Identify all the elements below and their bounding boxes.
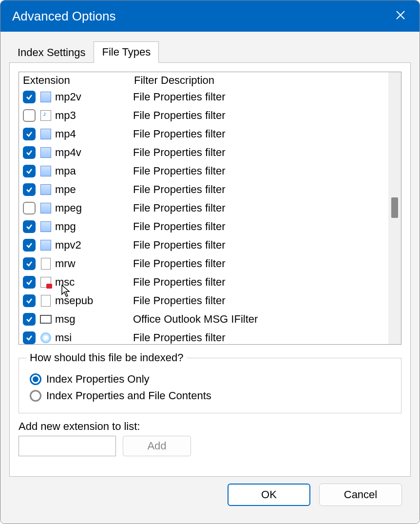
file-type-list: Extension Filter Description mp2vFile Pr… bbox=[19, 72, 401, 345]
add-extension-section: Add new extension to list: Add bbox=[19, 420, 401, 456]
dialog-footer: OK Cancel bbox=[9, 477, 411, 515]
filter-label: File Properties filter bbox=[133, 331, 384, 344]
titlebar: Advanced Options bbox=[0, 0, 420, 32]
filter-label: File Properties filter bbox=[133, 146, 384, 159]
extension-label: mp4v bbox=[55, 146, 133, 159]
doc-icon bbox=[39, 294, 52, 307]
filter-label: File Properties filter bbox=[133, 109, 384, 122]
table-row[interactable]: mp4File Properties filter bbox=[19, 125, 388, 143]
radio-properties-and-contents[interactable]: Index Properties and File Contents bbox=[30, 389, 393, 402]
index-mode-group: How should this file be indexed? Index P… bbox=[19, 351, 401, 413]
checkbox[interactable] bbox=[23, 109, 36, 122]
checkbox[interactable] bbox=[23, 331, 36, 344]
tab-body: Extension Filter Description mp2vFile Pr… bbox=[9, 62, 411, 477]
column-header-filter[interactable]: Filter Description bbox=[134, 74, 384, 87]
table-row[interactable]: mpv2File Properties filter bbox=[19, 236, 388, 254]
checkbox[interactable] bbox=[23, 202, 36, 214]
table-row[interactable]: mscFile Properties filter bbox=[19, 273, 388, 291]
radio-label: Index Properties Only bbox=[46, 373, 150, 386]
doc-icon bbox=[39, 257, 52, 270]
extension-label: mrw bbox=[55, 257, 133, 270]
checkbox[interactable] bbox=[23, 239, 36, 252]
radio-label: Index Properties and File Contents bbox=[46, 389, 211, 402]
video-icon bbox=[39, 202, 52, 214]
audio-icon bbox=[39, 109, 52, 122]
checkbox[interactable] bbox=[23, 257, 36, 270]
filter-label: Office Outlook MSG IFilter bbox=[133, 313, 384, 326]
radio-icon bbox=[30, 390, 41, 402]
video-icon bbox=[39, 220, 52, 233]
checkbox[interactable] bbox=[23, 276, 36, 289]
msc-icon bbox=[39, 276, 52, 289]
table-row[interactable]: mp2vFile Properties filter bbox=[19, 88, 388, 106]
extension-label: mpg bbox=[55, 220, 133, 233]
table-row[interactable]: mpgFile Properties filter bbox=[19, 217, 388, 236]
filter-label: File Properties filter bbox=[133, 294, 384, 307]
tab-index-settings[interactable]: Index Settings bbox=[9, 42, 94, 63]
table-row[interactable]: msgOffice Outlook MSG IFilter bbox=[19, 310, 388, 329]
extension-label: mp3 bbox=[55, 109, 133, 122]
checkbox[interactable] bbox=[23, 91, 36, 103]
table-row[interactable]: msepubFile Properties filter bbox=[19, 291, 388, 310]
video-icon bbox=[39, 239, 52, 252]
filter-label: File Properties filter bbox=[133, 220, 384, 233]
window-title: Advanced Options bbox=[12, 9, 115, 24]
table-row[interactable]: mp3File Properties filter bbox=[19, 106, 388, 125]
video-icon bbox=[39, 91, 52, 103]
tab-strip: Index Settings File Types bbox=[9, 41, 411, 63]
table-row[interactable]: mpegFile Properties filter bbox=[19, 199, 388, 217]
column-header-extension[interactable]: Extension bbox=[23, 74, 134, 87]
extension-label: mp4 bbox=[55, 128, 133, 140]
ok-button[interactable]: OK bbox=[228, 484, 310, 506]
checkbox[interactable] bbox=[23, 165, 36, 177]
tab-file-types[interactable]: File Types bbox=[94, 41, 159, 63]
extension-label: msc bbox=[55, 276, 133, 289]
add-button[interactable]: Add bbox=[123, 436, 191, 456]
video-icon bbox=[39, 146, 52, 159]
filter-label: File Properties filter bbox=[133, 239, 384, 252]
add-extension-input[interactable] bbox=[19, 436, 116, 456]
extension-label: mpe bbox=[55, 183, 133, 196]
scrollbar[interactable] bbox=[388, 72, 401, 344]
column-headers: Extension Filter Description bbox=[19, 72, 388, 88]
table-row[interactable]: mpeFile Properties filter bbox=[19, 180, 388, 199]
extension-label: msepub bbox=[55, 294, 133, 307]
checkbox[interactable] bbox=[23, 294, 36, 307]
radio-properties-only[interactable]: Index Properties Only bbox=[30, 373, 393, 386]
checkbox[interactable] bbox=[23, 313, 36, 326]
dialog-window: Advanced Options Index Settings File Typ… bbox=[0, 0, 420, 524]
checkbox[interactable] bbox=[23, 220, 36, 233]
table-row[interactable]: mp4vFile Properties filter bbox=[19, 143, 388, 162]
close-icon[interactable] bbox=[390, 7, 411, 26]
filter-label: File Properties filter bbox=[133, 257, 384, 270]
video-icon bbox=[39, 183, 52, 196]
disc-icon bbox=[39, 331, 52, 344]
table-row[interactable]: mrwFile Properties filter bbox=[19, 254, 388, 273]
filter-label: File Properties filter bbox=[133, 91, 384, 103]
extension-label: mpa bbox=[55, 165, 133, 177]
radio-icon bbox=[30, 373, 41, 385]
extension-label: mp2v bbox=[55, 91, 133, 103]
video-icon bbox=[39, 165, 52, 177]
dialog-content: Index Settings File Types Extension Filt… bbox=[0, 32, 420, 524]
mail-icon bbox=[39, 313, 52, 326]
extension-label: msi bbox=[55, 331, 133, 344]
checkbox[interactable] bbox=[23, 183, 36, 196]
scrollbar-thumb[interactable] bbox=[391, 197, 398, 218]
filter-label: File Properties filter bbox=[133, 165, 384, 177]
table-row[interactable]: msiFile Properties filter bbox=[19, 329, 388, 344]
filter-label: File Properties filter bbox=[133, 202, 384, 214]
add-extension-label: Add new extension to list: bbox=[19, 420, 401, 433]
extension-label: msg bbox=[55, 313, 133, 326]
video-icon bbox=[39, 128, 52, 140]
checkbox[interactable] bbox=[23, 146, 36, 159]
checkbox[interactable] bbox=[23, 128, 36, 140]
filter-label: File Properties filter bbox=[133, 128, 384, 140]
table-row[interactable]: mpaFile Properties filter bbox=[19, 162, 388, 180]
filter-label: File Properties filter bbox=[133, 183, 384, 196]
extension-label: mpv2 bbox=[55, 239, 133, 252]
filter-label: File Properties filter bbox=[133, 276, 384, 289]
extension-label: mpeg bbox=[55, 202, 133, 214]
group-legend: How should this file be indexed? bbox=[27, 351, 187, 364]
cancel-button[interactable]: Cancel bbox=[319, 484, 402, 506]
